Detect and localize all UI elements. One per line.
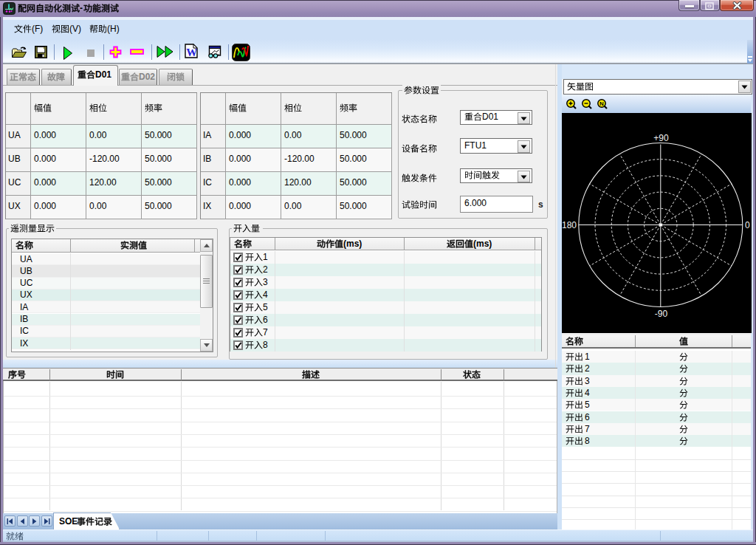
- svg-text:180: 180: [562, 220, 577, 230]
- svg-text:0: 0: [745, 220, 750, 230]
- svg-text:+90: +90: [653, 133, 669, 143]
- svg-text:-90: -90: [655, 309, 668, 319]
- svg-text:W: W: [186, 47, 197, 58]
- svg-text:N: N: [599, 100, 604, 107]
